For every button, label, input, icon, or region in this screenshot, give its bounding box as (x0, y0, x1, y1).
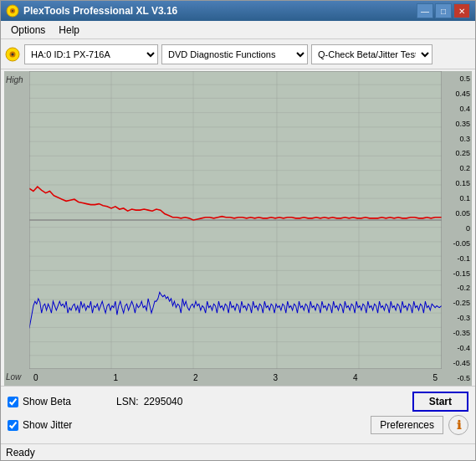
menu-help[interactable]: Help (52, 23, 86, 38)
y-right-neg0.35: -0.35 (443, 329, 470, 337)
lsn-label: LSN: (116, 396, 139, 407)
bottom-panel: Show Beta LSN: 2295040 Start Show Jitter… (1, 386, 475, 443)
y-right-0.1: 0.1 (443, 194, 470, 202)
controls-row1: Show Beta LSN: 2295040 Start (8, 392, 468, 412)
y-right-0.5: 0.5 (443, 74, 470, 83)
chart-area: High Low (4, 71, 472, 386)
controls-row2: Show Jitter Preferences ℹ (8, 415, 468, 435)
chart-svg (29, 71, 442, 369)
svg-point-2 (12, 10, 13, 12)
window-title: PlexTools Professional XL V3.16 (23, 5, 417, 17)
close-button[interactable]: ✕ (453, 3, 470, 18)
function-select[interactable]: DVD Diagnostic Functions (161, 44, 308, 64)
info-icon: ℹ (457, 418, 461, 432)
drive-icon (4, 46, 21, 63)
x-label-1: 1 (113, 373, 118, 382)
x-label-3: 3 (273, 373, 278, 382)
chart-plot (29, 71, 442, 369)
y-right-0: 0 (443, 224, 470, 233)
info-button[interactable]: ℹ (448, 415, 468, 435)
x-label-5: 5 (432, 373, 438, 382)
toolbar: HA:0 ID:1 PX-716A DVD Diagnostic Functio… (1, 39, 475, 69)
y-right-neg0.05: -0.05 (443, 239, 470, 248)
y-right-neg0.3: -0.3 (443, 314, 470, 322)
minimize-button[interactable]: — (417, 3, 433, 18)
start-button[interactable]: Start (412, 392, 468, 412)
menu-options[interactable]: Options (4, 23, 52, 38)
show-jitter-label: Show Jitter (23, 419, 72, 431)
lsn-value: 2295040 (144, 396, 183, 407)
y-right-neg0.25: -0.25 (443, 299, 470, 307)
maximize-button[interactable]: □ (435, 3, 452, 18)
x-label-4: 4 (353, 373, 358, 382)
svg-point-5 (12, 53, 14, 55)
show-jitter-checkbox-label[interactable]: Show Jitter (8, 419, 100, 431)
y-right-0.15: 0.15 (443, 179, 470, 187)
show-beta-label: Show Beta (23, 396, 71, 407)
show-beta-checkbox-label[interactable]: Show Beta (8, 396, 100, 407)
y-right-0.4: 0.4 (443, 105, 470, 113)
show-beta-checkbox[interactable] (8, 397, 18, 407)
bottom-buttons: Preferences ℹ (371, 415, 468, 435)
y-right-0.35: 0.35 (443, 120, 470, 128)
status-bar: Ready (1, 443, 475, 460)
y-right-0.3: 0.3 (443, 135, 470, 143)
y-right-neg0.5: -0.5 (443, 374, 470, 382)
drive-select[interactable]: HA:0 ID:1 PX-716A (24, 44, 158, 64)
y-low-label: Low (6, 372, 28, 382)
preferences-button[interactable]: Preferences (371, 416, 443, 434)
y-right-neg0.45: -0.45 (443, 359, 470, 367)
y-right-neg0.2: -0.2 (443, 284, 470, 292)
x-label-0: 0 (33, 373, 38, 382)
test-select[interactable]: Q-Check Beta/Jitter Test (311, 44, 432, 64)
title-bar: PlexTools Professional XL V3.16 — □ ✕ (1, 1, 475, 21)
y-right-0.2: 0.2 (443, 164, 470, 172)
window-controls: — □ ✕ (417, 3, 470, 18)
y-right-neg0.4: -0.4 (443, 344, 470, 352)
y-right-neg0.15: -0.15 (443, 269, 470, 278)
y-right-0.45: 0.45 (443, 90, 470, 98)
menu-bar: Options Help (1, 21, 475, 39)
app-icon (6, 4, 19, 18)
status-text: Ready (6, 447, 35, 458)
y-right-neg0.1: -0.1 (443, 254, 470, 263)
y-right-0.05: 0.05 (443, 209, 470, 218)
show-jitter-checkbox[interactable] (8, 420, 18, 431)
y-high-label: High (6, 75, 28, 85)
y-axis-left: High Low (4, 71, 29, 386)
x-axis: 0 1 2 3 4 5 (29, 369, 442, 386)
main-window: PlexTools Professional XL V3.16 — □ ✕ Op… (0, 0, 476, 461)
y-right-0.25: 0.25 (443, 149, 470, 157)
y-axis-right: 0.5 0.45 0.4 0.35 0.3 0.25 0.2 0.15 0.1 … (442, 71, 472, 386)
x-label-2: 2 (193, 373, 198, 382)
